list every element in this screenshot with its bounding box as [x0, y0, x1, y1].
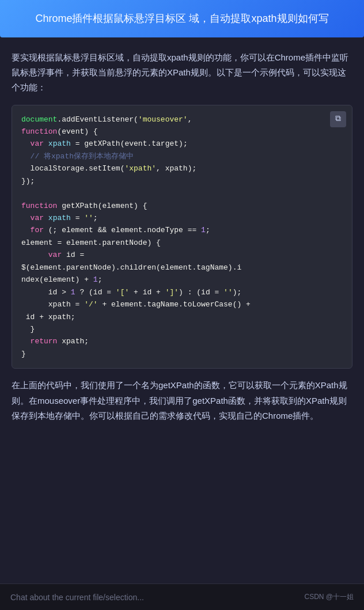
code-line: var xpath = ''; [21, 212, 343, 224]
code-line: return xpath; [21, 335, 343, 347]
after-code-text: 在上面的代码中，我们使用了一个名为getXPath的函数，它可以获取一个元素的X… [12, 378, 352, 423]
copy-button[interactable]: ⧉ [330, 111, 346, 127]
code-line: }); [21, 175, 343, 187]
code-line: var id = [21, 249, 343, 261]
code-line: for (; element && element.nodeType == 1; [21, 224, 343, 236]
code-block: ⧉ document.addEventListener('mouseover',… [12, 105, 352, 369]
code-line: localStorage.setItem('xpath', xpath); [21, 162, 343, 175]
code-line [21, 187, 343, 199]
code-line: function(event) { [21, 126, 343, 138]
code-line: element = element.parentNode) { [21, 237, 343, 249]
code-line: $(element.parentNode).children(element.t… [21, 262, 343, 274]
code-line: document.addEventListener('mouseover', [21, 113, 343, 126]
code-line: id + xpath; [21, 311, 343, 323]
chat-input[interactable]: Chat about the current file/selection... [10, 593, 304, 602]
code-line: id > 1 ? (id = '[' + id + ']') : (id = '… [21, 286, 343, 298]
code-line: xpath = '/' + element.tagName.toLowerCas… [21, 298, 343, 310]
header-banner: Chrome插件根据鼠标悬浮目标区 域，自动提取xpath规则如何写 [0, 0, 364, 37]
code-line: } [21, 348, 343, 360]
watermark: CSDN @十一姐 [304, 592, 354, 602]
header-title: Chrome插件根据鼠标悬浮目标区 域，自动提取xpath规则如何写 [17, 10, 347, 27]
code-line: ndex(element) + 1; [21, 274, 343, 286]
bottom-bar: Chat about the current file/selection...… [0, 584, 364, 610]
code-line: var xpath = getXPath(event.target); [21, 138, 343, 150]
code-line: function getXPath(element) { [21, 200, 343, 212]
main-content: 要实现根据鼠标悬浮目标区域，自动提取xpath规则的功能，你可以在Chrome插… [0, 37, 364, 584]
code-line: // 将xpath保存到本地存储中 [21, 150, 343, 162]
code-line: } [21, 323, 343, 335]
description-text: 要实现根据鼠标悬浮目标区域，自动提取xpath规则的功能，你可以在Chrome插… [12, 50, 352, 96]
